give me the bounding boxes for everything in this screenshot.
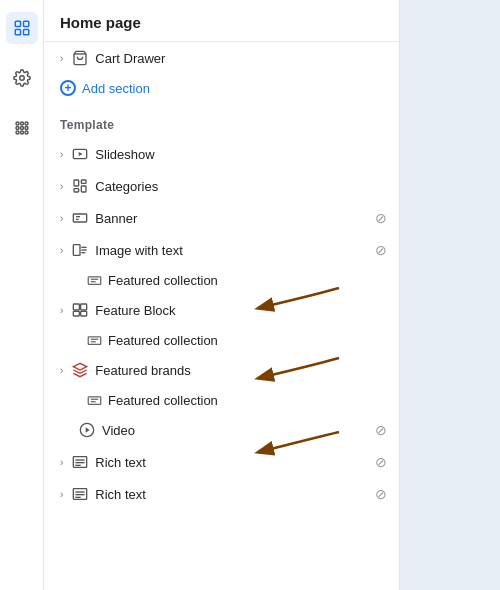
svg-rect-33 [74, 311, 80, 316]
svg-marker-42 [86, 427, 90, 432]
video-icon [78, 421, 96, 439]
slideshow-icon [71, 145, 89, 163]
feature-block-chevron-icon: › [60, 305, 63, 316]
banner-item[interactable]: › Banner ⊘ [44, 202, 399, 234]
svg-point-7 [25, 122, 28, 125]
featured-collection-3-label: Featured collection [108, 393, 218, 408]
slideshow-label: Slideshow [95, 147, 387, 162]
right-panel [400, 0, 500, 590]
svg-rect-19 [82, 186, 87, 192]
svg-marker-16 [79, 152, 83, 156]
add-section-button[interactable]: + Add section [44, 74, 399, 108]
slideshow-item[interactable]: › Slideshow [44, 138, 399, 170]
svg-rect-1 [23, 21, 28, 26]
feature-block-icon [71, 301, 89, 319]
image-with-text-visibility-icon[interactable]: ⊘ [375, 242, 387, 258]
apps-icon-btn[interactable] [6, 112, 38, 144]
cart-drawer-item[interactable]: › Cart Drawer [44, 42, 399, 74]
template-label: Template [44, 108, 399, 138]
rich-text-2-icon [71, 485, 89, 503]
sidebar-header: Home page [44, 0, 399, 42]
categories-chevron-icon: › [60, 181, 63, 192]
categories-icon [71, 177, 89, 195]
featured-brands-item[interactable]: › Featured brands [44, 354, 399, 386]
featured-brands-icon [71, 361, 89, 379]
settings-icon [13, 69, 31, 87]
image-with-text-item[interactable]: › Image with text ⊘ [44, 234, 399, 266]
rich-text-2-chevron-icon: › [60, 489, 63, 500]
pages-icon-btn[interactable] [6, 12, 38, 44]
banner-label: Banner [95, 211, 369, 226]
cart-icon [71, 49, 89, 67]
rich-text-1-item[interactable]: › Rich text ⊘ [44, 446, 399, 478]
svg-rect-18 [82, 180, 87, 183]
featured-brands-label: Featured brands [95, 363, 387, 378]
svg-rect-24 [74, 245, 81, 256]
video-visibility-icon[interactable]: ⊘ [375, 422, 387, 438]
banner-chevron-icon: › [60, 213, 63, 224]
sidebar: Home page › Cart Drawer + Add section [44, 0, 400, 590]
banner-visibility-icon[interactable]: ⊘ [375, 210, 387, 226]
apps-icon [13, 119, 31, 137]
svg-rect-32 [81, 304, 87, 310]
add-section-label: Add section [82, 81, 150, 96]
svg-rect-21 [74, 214, 87, 222]
svg-rect-28 [88, 276, 101, 284]
svg-rect-0 [15, 21, 20, 26]
svg-point-5 [16, 122, 19, 125]
categories-label: Categories [95, 179, 387, 194]
svg-rect-34 [81, 311, 87, 316]
sidebar-content: › Cart Drawer + Add section Template [44, 42, 399, 590]
svg-rect-38 [88, 396, 101, 404]
svg-rect-31 [74, 304, 80, 310]
rich-text-1-chevron-icon: › [60, 457, 63, 468]
svg-rect-17 [74, 180, 79, 186]
featured-collection-1-item[interactable]: Featured collection [44, 266, 399, 294]
categories-item[interactable]: › Categories [44, 170, 399, 202]
rich-text-1-visibility-icon[interactable]: ⊘ [375, 454, 387, 470]
featured-collection-1-label: Featured collection [108, 273, 218, 288]
svg-point-12 [20, 131, 23, 134]
image-with-text-chevron-icon: › [60, 245, 63, 256]
svg-rect-2 [15, 30, 20, 35]
video-label: Video [102, 423, 369, 438]
rich-text-2-label: Rich text [95, 487, 369, 502]
rich-text-2-item[interactable]: › Rich text ⊘ [44, 478, 399, 510]
svg-point-8 [16, 127, 19, 130]
svg-point-11 [16, 131, 19, 134]
left-sidebar [0, 0, 44, 590]
featured-collection-2-item[interactable]: Featured collection [44, 326, 399, 354]
video-item[interactable]: Video ⊘ [44, 414, 399, 446]
featured-brands-chevron-icon: › [60, 365, 63, 376]
slideshow-chevron-icon: › [60, 149, 63, 160]
rich-text-2-visibility-icon[interactable]: ⊘ [375, 486, 387, 502]
featured-collection-2-label: Featured collection [108, 333, 218, 348]
featured-collection-3-item[interactable]: Featured collection [44, 386, 399, 414]
featured-collection-3-icon [86, 392, 102, 408]
svg-rect-20 [74, 189, 79, 192]
rich-text-1-label: Rich text [95, 455, 369, 470]
rich-text-1-icon [71, 453, 89, 471]
featured-collection-1-icon [86, 272, 102, 288]
image-with-text-icon [71, 241, 89, 259]
add-section-icon: + [60, 80, 76, 96]
pages-icon [13, 19, 31, 37]
feature-block-label: Feature Block [95, 303, 387, 318]
banner-icon [71, 209, 89, 227]
svg-rect-35 [88, 336, 101, 344]
featured-collection-2-icon [86, 332, 102, 348]
svg-point-4 [19, 76, 24, 81]
svg-rect-3 [23, 30, 28, 35]
feature-block-item[interactable]: › Feature Block [44, 294, 399, 326]
image-with-text-label: Image with text [95, 243, 369, 258]
svg-point-10 [25, 127, 28, 130]
svg-point-6 [20, 122, 23, 125]
svg-point-13 [25, 131, 28, 134]
page-title: Home page [60, 14, 383, 31]
cart-drawer-label: Cart Drawer [95, 51, 387, 66]
cart-chevron-icon: › [60, 53, 63, 64]
svg-point-9 [20, 127, 23, 130]
settings-icon-btn[interactable] [6, 62, 38, 94]
